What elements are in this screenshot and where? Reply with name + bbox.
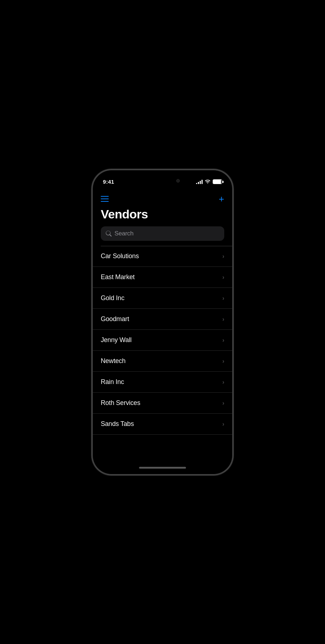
chevron-right-icon: › — [222, 421, 224, 427]
vendor-name: Roth Services — [101, 399, 140, 407]
chevron-right-icon: › — [222, 400, 224, 406]
chevron-right-icon: › — [222, 295, 224, 302]
search-bar[interactable]: Search — [101, 226, 224, 241]
chevron-right-icon: › — [222, 253, 224, 260]
vendor-name: Jenny Wall — [101, 336, 131, 344]
vendor-list-item[interactable]: Goodmart› — [93, 309, 232, 330]
page-title: Vendors — [93, 207, 232, 226]
chevron-right-icon: › — [222, 358, 224, 364]
app-content: + Vendors Search Car Solutions›East Mark… — [93, 188, 232, 462]
vendor-name: Goodmart — [101, 315, 129, 323]
chevron-right-icon: › — [222, 379, 224, 385]
chevron-right-icon: › — [222, 316, 224, 323]
vendor-name: Gold Inc — [101, 294, 124, 302]
vendor-name: Rain Inc — [101, 378, 124, 386]
vendor-list-item[interactable]: Gold Inc› — [93, 288, 232, 309]
chevron-right-icon: › — [222, 274, 224, 281]
vendor-name: Car Solutions — [101, 252, 139, 260]
vendor-name: Newtech — [101, 357, 126, 365]
menu-button[interactable] — [101, 196, 109, 202]
status-time: 9:41 — [103, 179, 114, 185]
search-container: Search — [93, 226, 232, 246]
status-icons — [196, 179, 222, 184]
search-icon — [106, 231, 112, 236]
vendor-name: East Market — [101, 273, 135, 281]
vendor-name: Sands Tabs — [101, 420, 134, 428]
add-vendor-button[interactable]: + — [219, 194, 224, 204]
battery-icon — [213, 179, 222, 184]
dynamic-island — [141, 175, 184, 187]
vendor-list-item[interactable]: Rain Inc› — [93, 372, 232, 393]
vendor-list-item[interactable]: Car Solutions› — [93, 246, 232, 267]
signal-icon — [196, 180, 203, 184]
phone-screen: 9:41 — [93, 170, 232, 474]
vendor-list-item[interactable]: Roth Services› — [93, 393, 232, 414]
vendor-list-item[interactable]: Newtech› — [93, 351, 232, 372]
front-camera — [176, 179, 180, 183]
wifi-icon — [205, 179, 211, 184]
vendor-list-item[interactable]: Sands Tabs› — [93, 414, 232, 435]
search-placeholder: Search — [114, 230, 134, 237]
vendor-list-item[interactable]: Jenny Wall› — [93, 330, 232, 351]
vendor-list: Car Solutions›East Market›Gold Inc›Goodm… — [93, 246, 232, 462]
vendor-list-item[interactable]: East Market› — [93, 267, 232, 288]
phone-frame: 9:41 — [92, 170, 233, 475]
home-indicator — [93, 462, 232, 474]
chevron-right-icon: › — [222, 337, 224, 344]
top-nav: + — [93, 191, 232, 207]
